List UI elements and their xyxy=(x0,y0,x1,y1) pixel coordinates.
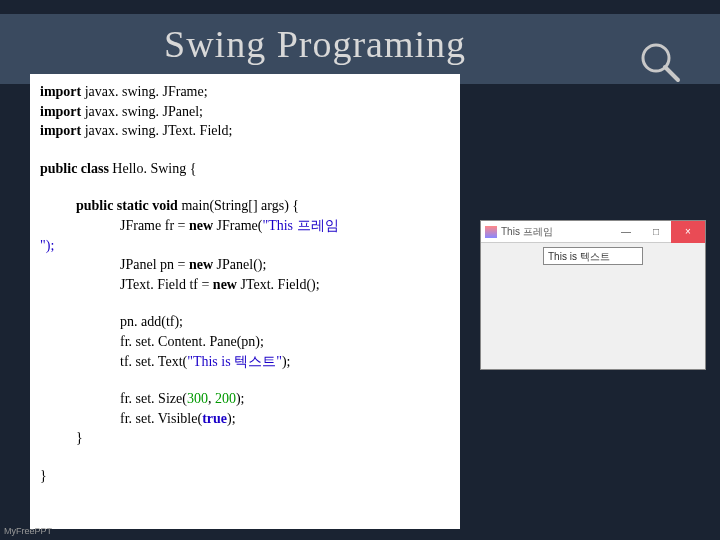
code-line: JText. Field tf = new JText. Field(); xyxy=(40,275,450,295)
code-line: import javax. swing. JFrame; xyxy=(40,82,450,102)
code-panel: import javax. swing. JFrame; import java… xyxy=(30,74,460,529)
string-literal: "This is 텍스트" xyxy=(187,354,282,369)
code-line: JFrame fr = new JFrame("This 프레임 xyxy=(40,216,450,236)
magnifier-icon xyxy=(638,40,682,84)
footer-logo: MyFreePPT xyxy=(4,526,52,536)
maximize-button[interactable]: □ xyxy=(641,221,671,243)
boolean-literal: true xyxy=(202,411,227,426)
mock-title-left: This 프레임 xyxy=(485,225,553,239)
code-text: ); xyxy=(227,411,236,426)
mock-textfield[interactable]: This is 텍스트 xyxy=(543,247,643,265)
keyword: import xyxy=(40,84,81,99)
mock-titlebar: This 프레임 — □ × xyxy=(481,221,705,243)
mock-window-title: This 프레임 xyxy=(501,225,553,239)
number-literal: 300 xyxy=(187,391,208,406)
code-line: pn. add(tf); xyxy=(40,312,450,332)
code-text: fr. set. Content. Pane(pn); xyxy=(120,334,264,349)
keyword: import xyxy=(40,123,81,138)
code-text: main(String[] args) { xyxy=(178,198,299,213)
code-line: fr. set. Visible(true); xyxy=(40,409,450,429)
code-line: tf. set. Text("This is 텍스트"); xyxy=(40,352,450,372)
keyword: new xyxy=(213,277,237,292)
code-text: javax. swing. JFrame; xyxy=(81,84,207,99)
mock-jframe-window: This 프레임 — □ × This is 텍스트 xyxy=(480,220,706,370)
code-text: JText. Field tf = xyxy=(120,277,213,292)
minimize-button[interactable]: — xyxy=(611,221,641,243)
code-line: } xyxy=(40,428,450,448)
code-text: pn. add(tf); xyxy=(120,314,183,329)
code-line: import javax. swing. JText. Field; xyxy=(40,121,450,141)
mock-window-body: This is 텍스트 xyxy=(481,243,705,369)
string-literal: "); xyxy=(40,238,54,253)
mock-window-controls: — □ × xyxy=(611,221,705,243)
code-line: fr. set. Size(300, 200); xyxy=(40,389,450,409)
page-title: Swing Programing xyxy=(164,22,466,66)
code-line: fr. set. Content. Pane(pn); xyxy=(40,332,450,352)
number-literal: 200 xyxy=(215,391,236,406)
keyword: import xyxy=(40,104,81,119)
string-literal: "This 프레임 xyxy=(262,218,338,233)
code-text: JFrame( xyxy=(213,218,262,233)
code-text: javax. swing. JPanel; xyxy=(81,104,203,119)
keyword: public static void xyxy=(76,198,178,213)
code-line: public static void main(String[] args) { xyxy=(40,196,450,216)
code-text: JText. Field(); xyxy=(237,277,320,292)
code-text: } xyxy=(40,468,47,483)
code-text: fr. set. Visible( xyxy=(120,411,202,426)
code-text: tf. set. Text( xyxy=(120,354,187,369)
keyword: public class xyxy=(40,161,109,176)
code-text: , xyxy=(208,391,215,406)
svg-line-1 xyxy=(665,67,678,80)
code-line: } xyxy=(40,466,450,486)
code-text: fr. set. Size( xyxy=(120,391,187,406)
code-line: JPanel pn = new JPanel(); xyxy=(40,255,450,275)
code-text: JFrame fr = xyxy=(120,218,189,233)
code-text: ); xyxy=(282,354,291,369)
keyword: new xyxy=(189,218,213,233)
code-line: public class Hello. Swing { xyxy=(40,159,450,179)
code-text: JPanel(); xyxy=(213,257,266,272)
close-button[interactable]: × xyxy=(671,221,705,243)
code-text: } xyxy=(76,430,83,445)
code-text: JPanel pn = xyxy=(120,257,189,272)
code-text: Hello. Swing { xyxy=(109,161,197,176)
java-icon xyxy=(485,226,497,238)
keyword: new xyxy=(189,257,213,272)
code-line: import javax. swing. JPanel; xyxy=(40,102,450,122)
code-line: "); xyxy=(40,236,450,256)
code-text: javax. swing. JText. Field; xyxy=(81,123,232,138)
code-text: ); xyxy=(236,391,245,406)
